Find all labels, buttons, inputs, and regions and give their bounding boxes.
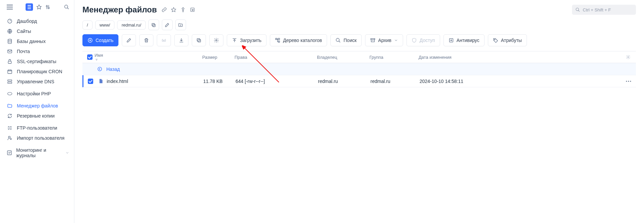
svg-point-17 [576,8,579,11]
svg-point-12 [7,92,12,95]
sidebar-item-label: FTP-пользователи [17,125,57,131]
breadcrumb-copy-button[interactable] [148,19,159,30]
dns-icon [7,79,13,84]
table-settings-icon[interactable] [626,55,636,59]
col-group[interactable]: Группа [369,55,419,60]
sidebar-item-ftp[interactable]: FTP-пользователи [0,123,74,133]
chevron-down-icon [394,38,398,42]
svg-point-3 [65,5,68,8]
search-button[interactable]: Поиск [330,34,362,46]
php-icon [7,91,13,96]
copy-button[interactable] [192,34,206,46]
sidebar-item-label: Резервные копии [17,113,55,119]
tree-label: Дерево каталогов [283,38,322,43]
tree-button[interactable]: Дерево каталогов [270,34,327,46]
sidebar-item-label: Базы данных [17,39,46,44]
select-all-checkbox[interactable] [87,54,93,60]
svg-point-13 [8,136,10,138]
sidebar-item-cron[interactable]: Планировщик CRON [0,66,74,77]
back-row[interactable]: Назад [82,63,636,75]
pin-icon[interactable] [180,7,186,12]
breadcrumb-edit-button[interactable] [162,19,173,30]
sidebar-item-monitoring[interactable]: Мониторинг и журналы [0,145,74,161]
breadcrumb-root[interactable]: / [82,20,93,30]
antivirus-button[interactable]: Антивирус [443,34,485,46]
lock-icon [7,59,13,64]
sidebar: Дашборд Сайты Базы данных Почта SSL-серт… [0,0,74,223]
settings-button[interactable] [209,34,223,46]
sidebar-item-dns[interactable]: Управление DNS [0,77,74,87]
row-menu-icon[interactable] [626,81,636,82]
sidebar-item-databases[interactable]: Базы данных [0,36,74,46]
access-button[interactable]: Доступ [406,34,440,46]
attributes-label: Атрибуты [501,38,522,43]
archive-button[interactable]: Архив [365,34,403,46]
download-button[interactable] [174,34,188,46]
shield-icon [412,38,417,43]
trash-icon [144,38,149,43]
breadcrumb-www[interactable]: www/ [95,20,115,30]
file-date: 2024-10-10 14:58:11 [420,79,507,84]
svg-rect-27 [278,38,280,40]
breadcrumb-domain[interactable]: redmal.ru/ [117,20,146,30]
search-placeholder: Ctrl + Shift + F [583,7,611,12]
link-icon[interactable] [162,7,167,12]
sidebar-item-mail[interactable]: Почта [0,46,74,56]
preferences-icon[interactable] [45,4,50,10]
col-owner[interactable]: Владелец [317,55,369,60]
hamburger-icon[interactable] [7,5,13,9]
svg-marker-0 [37,5,41,9]
expand-icon[interactable] [190,7,195,12]
access-label: Доступ [420,38,435,43]
edit-button[interactable] [122,34,136,46]
sidebar-item-label: Почта [17,49,30,54]
svg-point-1 [46,5,47,7]
sidebar-item-file-manager[interactable]: Менеджер файлов [0,101,74,111]
table-row[interactable]: index.html 11.78 KB 644 [-rw-r--r--] red… [82,75,636,87]
sidebar-item-backups[interactable]: Резервные копии [0,111,74,121]
list-view-icon[interactable] [26,3,33,11]
upload-button[interactable]: Загрузить [227,34,266,46]
col-name[interactable]: Имя [95,53,202,62]
sidebar-item-label: Менеджер файлов [17,103,58,108]
glasses-icon [161,38,167,43]
file-name: index.html [107,79,128,84]
database-icon [7,39,13,44]
row-checkbox[interactable] [88,79,93,84]
svg-point-22 [164,40,166,42]
user-import-icon [7,135,13,141]
sidebar-item-label: Мониторинг и журналы [16,147,61,158]
svg-point-36 [626,81,627,82]
file-owner: redmal.ru [318,79,370,84]
delete-button[interactable] [139,34,153,46]
globe-icon [7,29,13,34]
file-size: 11.78 KB [203,79,236,84]
breadcrumb-favorite-button[interactable] [175,19,186,30]
upload-label: Загрузить [240,38,261,43]
sidebar-item-ssl[interactable]: SSL-сертификаты [0,56,74,66]
star-icon[interactable] [36,4,42,10]
global-search-input[interactable]: Ctrl + Shift + F [572,5,636,15]
archive-icon [370,38,375,43]
view-button[interactable] [157,34,171,46]
sort-icon [95,58,202,62]
pencil-icon [126,38,132,43]
attributes-button[interactable]: Атрибуты [488,34,527,46]
table-header: Имя Размер Права Владелец Группа Дата из… [82,51,636,63]
sidebar-item-dashboard[interactable]: Дашборд [0,16,74,26]
svg-rect-24 [197,39,200,41]
col-size[interactable]: Размер [202,55,235,60]
search-icon [575,7,580,12]
search-icon[interactable] [64,4,69,10]
sidebar-item-label: Дашборд [17,18,37,24]
star-icon[interactable] [171,7,176,12]
col-date[interactable]: Дата изменения [419,55,506,60]
create-button[interactable]: Создать [82,34,118,46]
col-perm[interactable]: Права [235,55,317,60]
sidebar-item-php[interactable]: Настройки PHP [0,89,74,99]
svg-point-38 [630,81,631,82]
sidebar-item-import[interactable]: Импорт пользователя [0,133,74,143]
sidebar-item-sites[interactable]: Сайты [0,26,74,36]
calendar-icon [7,69,13,74]
page-title: Менеджер файлов [82,5,157,14]
